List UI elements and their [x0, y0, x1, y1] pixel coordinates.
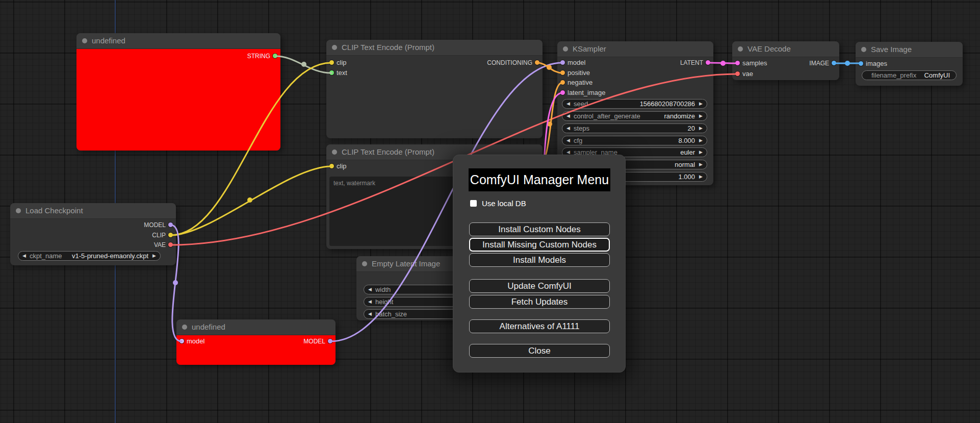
- clip-input-port[interactable]: [329, 164, 334, 168]
- install-models-button[interactable]: Install Models: [469, 253, 610, 267]
- link-dot: [547, 65, 552, 70]
- increment-arrow-icon[interactable]: ▶: [699, 172, 703, 182]
- samples-input-port[interactable]: [735, 61, 740, 65]
- decrement-arrow-icon[interactable]: ◀: [368, 309, 372, 319]
- node-header[interactable]: VAE Decode: [732, 41, 839, 57]
- node-undefined-bottom[interactable]: undefined model MODEL: [176, 319, 336, 365]
- node-title: CLIP Text Encode (Prompt): [342, 40, 434, 55]
- string-output-port[interactable]: [273, 54, 277, 58]
- alternatives-of-a1111-button[interactable]: Alternatives of A1111: [469, 319, 610, 333]
- clip-output-port[interactable]: [168, 233, 173, 237]
- node-title: VAE Decode: [747, 41, 791, 57]
- node-header[interactable]: Save Image: [856, 42, 963, 58]
- seed-widget[interactable]: ◀ seed 156680208700286 ▶: [562, 99, 707, 109]
- output-slot-clip: CLIP: [10, 231, 176, 240]
- node-body: STRING: [76, 49, 280, 151]
- decrement-arrow-icon[interactable]: ◀: [566, 123, 570, 133]
- control-after-generate-widget[interactable]: ◀ control_after_generate randomize ▶: [562, 111, 707, 121]
- clip-input-port[interactable]: [329, 60, 334, 65]
- node-body: model MODEL: [176, 335, 336, 365]
- increment-arrow-icon[interactable]: ▶: [699, 160, 703, 169]
- steps-widget[interactable]: ◀ steps 20 ▶: [562, 123, 707, 133]
- output-slot-model: MODEL: [10, 220, 176, 230]
- link-dot: [547, 121, 552, 127]
- collapse-dot-icon[interactable]: [182, 325, 187, 330]
- node-save-image[interactable]: Save Image images filename_prefix ComfyU…: [856, 42, 963, 86]
- node-body: clip CONDITIONING text: [326, 56, 543, 138]
- filename-prefix-widget[interactable]: filename_prefix ComfyUI: [862, 70, 957, 80]
- decrement-arrow-icon[interactable]: ◀: [368, 285, 372, 294]
- wire-string-to-text: [276, 56, 331, 73]
- install-custom-nodes-button[interactable]: Install Custom Nodes: [469, 222, 610, 236]
- use-local-db-checkbox[interactable]: [470, 200, 477, 207]
- node-title: undefined: [92, 33, 125, 48]
- latent-output-port[interactable]: [706, 60, 710, 65]
- image-output-port[interactable]: [832, 61, 836, 65]
- vae-output-port[interactable]: [168, 242, 173, 247]
- input-slot-text: text: [326, 68, 543, 78]
- update-comfyui-button[interactable]: Update ComfyUI: [469, 279, 610, 293]
- install-missing-custom-nodes-button[interactable]: Install Missing Custom Nodes: [469, 238, 610, 252]
- collapse-dot-icon[interactable]: [738, 46, 743, 52]
- model-input-port[interactable]: [179, 339, 184, 343]
- input-slot-positive: positive: [557, 68, 713, 78]
- model-output-port[interactable]: [328, 339, 332, 343]
- node-header[interactable]: undefined: [76, 33, 280, 49]
- cfg-widget[interactable]: ◀ cfg 8.000 ▶: [562, 136, 707, 145]
- output-slot-vae: VAE: [10, 240, 176, 250]
- input-slot-negative: negative: [557, 78, 713, 87]
- input-slot-images: images: [856, 59, 963, 68]
- node-title: Load Checkpoint: [25, 203, 83, 218]
- node-undefined-top[interactable]: undefined STRING: [76, 33, 280, 151]
- node-load-checkpoint[interactable]: Load Checkpoint MODEL CLIP VAE ◀ ckpt_na…: [10, 203, 176, 265]
- input-slot-vae: vae: [732, 69, 839, 79]
- model-output-port[interactable]: [168, 222, 173, 227]
- increment-arrow-icon[interactable]: ▶: [699, 147, 703, 157]
- negative-input-port[interactable]: [560, 80, 565, 85]
- positive-input-port[interactable]: [560, 70, 565, 75]
- collapse-dot-icon[interactable]: [16, 208, 21, 213]
- fetch-updates-button[interactable]: Fetch Updates: [469, 295, 610, 309]
- node-header[interactable]: undefined: [176, 319, 336, 335]
- decrement-arrow-icon[interactable]: ◀: [566, 136, 570, 145]
- input-slot-latent-image: latent_image: [557, 88, 713, 97]
- slot-row: model MODEL: [176, 337, 336, 346]
- conditioning-output-port[interactable]: [535, 60, 539, 65]
- slot-row: samples IMAGE: [732, 59, 839, 68]
- node-title: KSampler: [573, 41, 606, 57]
- node-body: images filename_prefix ComfyUI: [856, 58, 963, 86]
- next-arrow-icon[interactable]: ▶: [152, 251, 156, 261]
- text-input-port[interactable]: [329, 70, 334, 75]
- close-button[interactable]: Close: [469, 344, 610, 358]
- node-clip-text-encode-1[interactable]: CLIP Text Encode (Prompt) clip CONDITION…: [326, 40, 543, 138]
- decrement-arrow-icon[interactable]: ◀: [566, 99, 570, 109]
- increment-arrow-icon[interactable]: ▶: [699, 111, 703, 121]
- node-header[interactable]: Load Checkpoint: [10, 203, 176, 219]
- link-dot: [173, 280, 178, 285]
- decrement-arrow-icon[interactable]: ◀: [368, 297, 372, 307]
- node-header[interactable]: CLIP Text Encode (Prompt): [326, 40, 543, 56]
- vae-input-port[interactable]: [735, 71, 740, 76]
- node-vae-decode[interactable]: VAE Decode samples IMAGE vae: [732, 41, 839, 80]
- link-dot: [247, 197, 252, 203]
- collapse-dot-icon[interactable]: [563, 46, 568, 52]
- node-title: undefined: [192, 319, 225, 335]
- ckpt-name-widget[interactable]: ◀ ckpt_name v1-5-pruned-emaonly.ckpt ▶: [18, 251, 161, 261]
- wire-clip-to-clip2: [171, 166, 331, 235]
- increment-arrow-icon[interactable]: ▶: [699, 123, 703, 133]
- images-input-port[interactable]: [859, 61, 863, 66]
- decrement-arrow-icon[interactable]: ◀: [566, 111, 570, 121]
- model-input-port[interactable]: [560, 60, 565, 65]
- node-body: MODEL CLIP VAE ◀ ckpt_name v1-5-pruned-e…: [10, 219, 176, 265]
- collapse-dot-icon[interactable]: [332, 150, 337, 155]
- collapse-dot-icon[interactable]: [82, 38, 87, 43]
- latent-image-input-port[interactable]: [560, 90, 565, 95]
- increment-arrow-icon[interactable]: ▶: [699, 99, 703, 109]
- collapse-dot-icon[interactable]: [861, 47, 866, 52]
- prev-arrow-icon[interactable]: ◀: [22, 251, 26, 261]
- collapse-dot-icon[interactable]: [362, 261, 367, 266]
- increment-arrow-icon[interactable]: ▶: [699, 136, 703, 145]
- node-header[interactable]: KSampler: [557, 41, 713, 57]
- collapse-dot-icon[interactable]: [332, 45, 337, 50]
- dialog-title: ComfyUI Manager Menu: [469, 168, 610, 191]
